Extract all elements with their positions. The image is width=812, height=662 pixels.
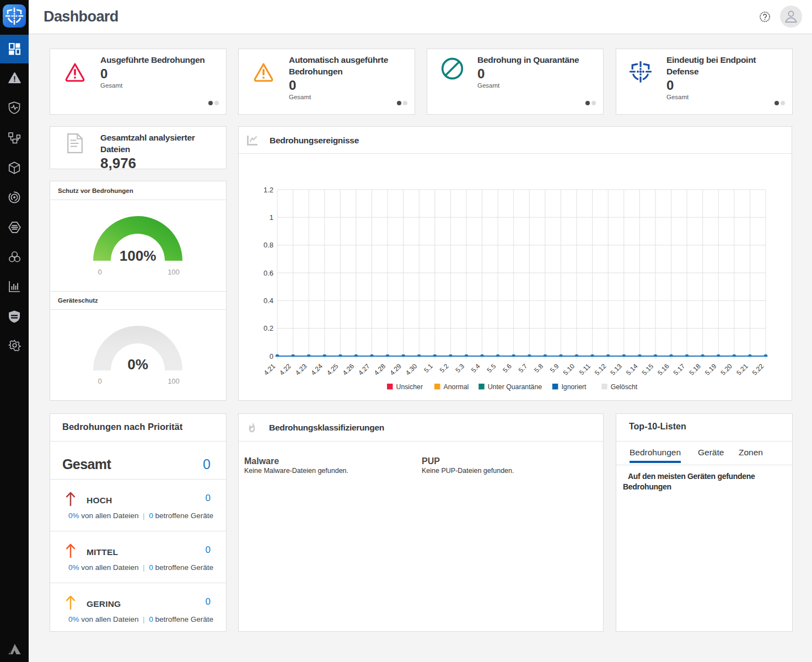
svg-text:1: 1 [270,213,273,222]
svg-text:5.13: 5.13 [609,362,623,377]
svg-text:0.2: 0.2 [264,324,273,332]
svg-text:5.21: 5.21 [735,362,750,377]
svg-text:4.23: 4.23 [294,362,309,377]
svg-text:4.27: 4.27 [357,362,372,377]
svg-text:Ignoriert: Ignoriert [561,383,587,391]
svg-text:Unsicher: Unsicher [396,383,423,391]
svg-text:5.9: 5.9 [548,362,561,374]
svg-text:5.4: 5.4 [470,362,482,374]
svg-text:4.22: 4.22 [278,362,293,377]
svg-text:5.14: 5.14 [625,362,639,377]
svg-text:5.15: 5.15 [641,362,655,377]
svg-text:0.8: 0.8 [264,241,273,249]
svg-text:5.19: 5.19 [703,362,718,377]
svg-text:4.26: 4.26 [341,362,356,377]
svg-text:Unter Quarantäne: Unter Quarantäne [488,383,542,391]
svg-text:4.21: 4.21 [262,362,277,377]
svg-text:Anormal: Anormal [444,383,469,391]
svg-text:4.24: 4.24 [309,362,324,377]
svg-text:5.11: 5.11 [578,362,592,376]
svg-text:5.18: 5.18 [687,362,702,377]
svg-text:0: 0 [270,352,273,360]
svg-text:Gelöscht: Gelöscht [611,383,638,391]
svg-text:5.17: 5.17 [672,362,687,377]
svg-text:5.6: 5.6 [501,362,513,374]
svg-text:5.2: 5.2 [438,362,450,374]
svg-text:5.5: 5.5 [486,362,498,374]
svg-text:5.1: 5.1 [422,362,434,374]
svg-text:0.4: 0.4 [264,297,273,305]
svg-text:1.2: 1.2 [264,186,273,194]
svg-text:5.16: 5.16 [656,362,671,377]
svg-text:4.30: 4.30 [404,362,419,377]
svg-text:5.7: 5.7 [517,362,529,374]
svg-text:5.8: 5.8 [533,362,545,374]
svg-text:5.20: 5.20 [719,362,734,377]
svg-text:5.3: 5.3 [454,362,466,374]
svg-text:5.12: 5.12 [593,362,608,377]
svg-text:5.10: 5.10 [562,362,577,377]
svg-text:0.6: 0.6 [264,269,273,277]
svg-text:4.28: 4.28 [373,362,388,377]
svg-text:5.22: 5.22 [751,362,766,377]
svg-text:4.29: 4.29 [388,362,403,377]
svg-text:4.25: 4.25 [325,362,340,377]
